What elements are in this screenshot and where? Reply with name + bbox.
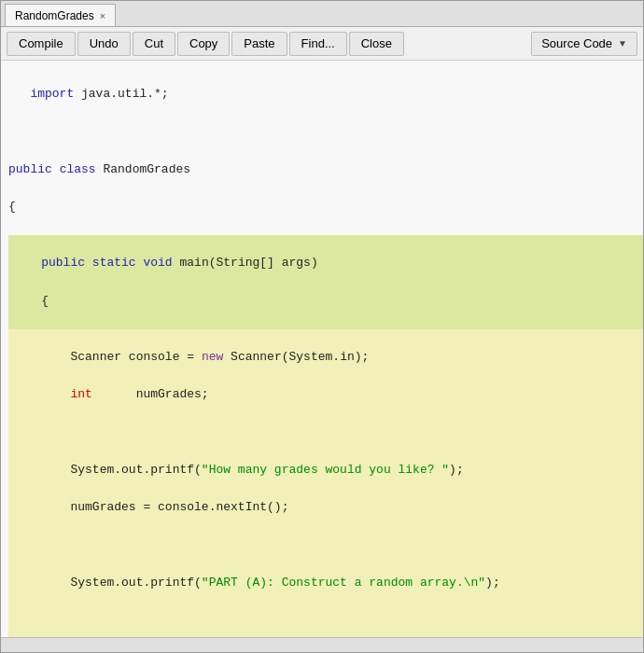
main-window: RandomGrades × Compile Undo Cut Copy Pas… <box>0 0 644 653</box>
chevron-down-icon: ▼ <box>618 38 627 49</box>
tab-label: RandomGrades <box>15 9 94 22</box>
toolbar: Compile Undo Cut Copy Paste Find... Clos… <box>1 27 643 61</box>
close-button[interactable]: Close <box>349 32 404 56</box>
code-content: import java.util.*; public class RandomG… <box>8 66 643 637</box>
paste-button[interactable]: Paste <box>231 32 287 56</box>
tab-close-btn[interactable]: × <box>100 10 105 21</box>
source-code-label: Source Code <box>541 36 612 50</box>
compile-button[interactable]: Compile <box>7 32 76 56</box>
code-editor[interactable]: import java.util.*; public class RandomG… <box>1 61 643 637</box>
copy-button[interactable]: Copy <box>177 32 230 56</box>
source-code-button[interactable]: Source Code ▼ <box>531 32 637 56</box>
cut-button[interactable]: Cut <box>133 32 175 56</box>
tab-random-grades[interactable]: RandomGrades × <box>5 4 116 26</box>
undo-button[interactable]: Undo <box>77 32 131 56</box>
tab-bar: RandomGrades × <box>1 1 643 27</box>
status-bar <box>1 637 643 652</box>
find-button[interactable]: Find... <box>289 32 347 56</box>
